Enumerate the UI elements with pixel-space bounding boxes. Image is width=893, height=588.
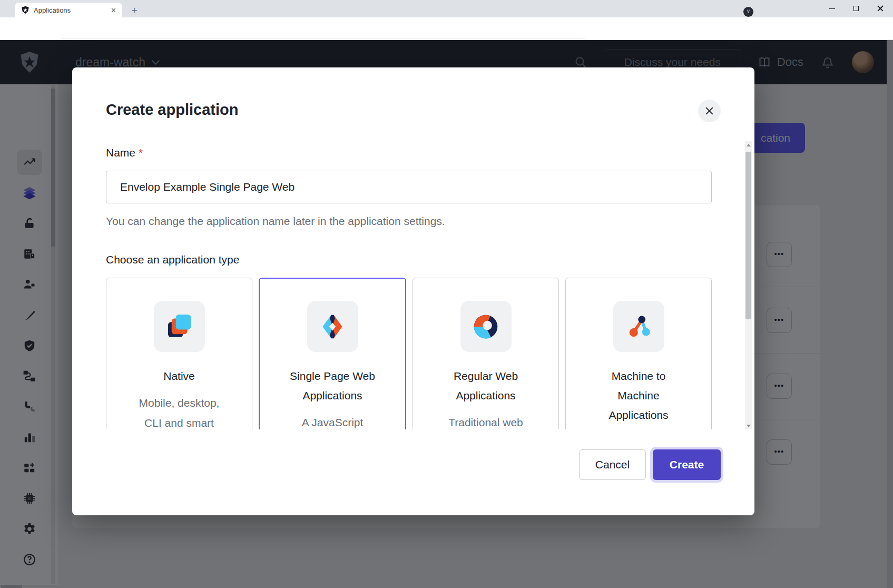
m2m-icon (613, 301, 664, 352)
card-description: Traditional web (413, 413, 558, 429)
cancel-button[interactable]: Cancel (579, 449, 646, 480)
regular-web-icon (460, 301, 512, 352)
modal-title: Create application (106, 101, 238, 119)
window-minimize-button[interactable] (820, 0, 844, 17)
card-description: A JavaScript (260, 413, 405, 429)
application-name-input[interactable] (106, 171, 712, 203)
modal-scrollbar-thumb[interactable] (745, 152, 751, 319)
card-regular-web[interactable]: Regular Web Applications Traditional web (413, 278, 559, 429)
application-type-cards: Native Mobile, desktop, CLI and smart Si… (106, 278, 712, 429)
scroll-down-arrow-icon[interactable] (745, 422, 752, 429)
tab-search-button[interactable]: ˅ (743, 7, 753, 17)
new-tab-button[interactable]: + (127, 4, 141, 17)
card-title: Single Page Web Applications (260, 366, 405, 405)
card-description: Mobile, desktop, CLI and smart (106, 393, 252, 429)
scroll-up-arrow-icon[interactable] (745, 141, 752, 149)
application-type-label: Choose an application type (106, 253, 239, 266)
card-single-page-web[interactable]: Single Page Web Applications A JavaScrip… (259, 278, 406, 429)
close-icon (704, 106, 714, 116)
name-helper-text: You can change the application name late… (106, 215, 445, 228)
native-icon (154, 301, 205, 352)
modal-scrollbar[interactable] (745, 141, 752, 429)
card-machine-to-machine[interactable]: Machine to Machine Applications (565, 278, 712, 429)
browser-toolbar: ← → ⟳ manage.auth0.com/dashboard/eu/drea… (0, 17, 893, 40)
auth0-favicon-icon (21, 6, 30, 14)
modal-close-button[interactable] (698, 100, 721, 122)
spa-icon (307, 301, 358, 352)
required-marker: * (139, 146, 143, 159)
card-native[interactable]: Native Mobile, desktop, CLI and smart (106, 278, 252, 429)
card-title: Native (106, 366, 252, 386)
card-title: Regular Web Applications (413, 366, 558, 405)
tab-close-icon[interactable]: ✕ (109, 6, 118, 15)
window-close-button[interactable] (868, 0, 892, 17)
card-title: Machine to Machine Applications (566, 366, 711, 425)
name-label: Name* (106, 146, 143, 159)
tab-title: Applications (34, 6, 109, 14)
create-button[interactable]: Create (653, 449, 721, 480)
browser-tab-strip: Applications ✕ + ˅ (0, 0, 893, 17)
window-maximize-button[interactable] (844, 0, 868, 17)
create-application-modal: Create application Name* You can change … (72, 67, 754, 515)
screen: Applications ✕ + ˅ ← → ⟳ manage.auth0.co… (0, 0, 893, 588)
browser-tab-applications[interactable]: Applications ✕ (15, 3, 122, 17)
